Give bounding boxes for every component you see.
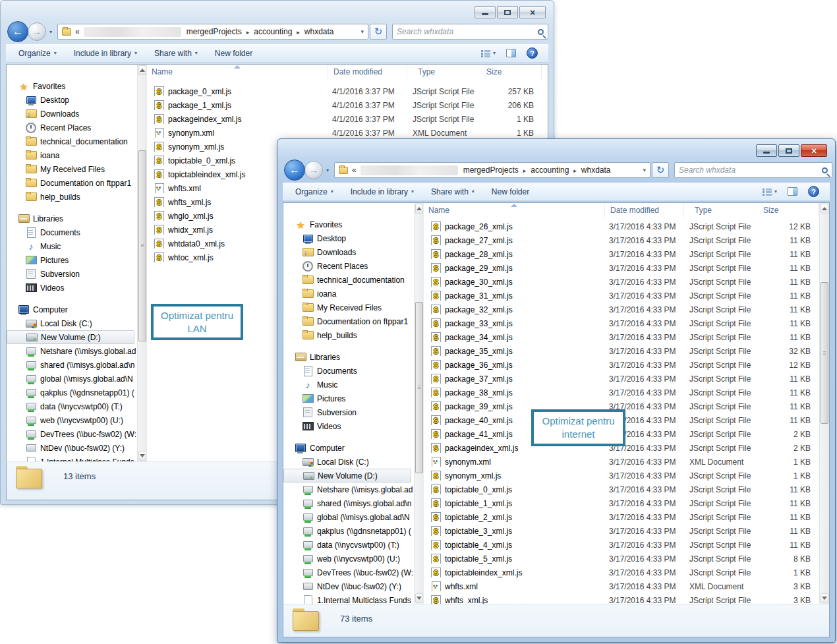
breadcrumb-segment[interactable]: mergedProjects bbox=[463, 165, 519, 175]
maximize-button[interactable] bbox=[497, 6, 518, 18]
file-row[interactable]: whfts_xml.js 3/17/2016 4:33 PM JScript S… bbox=[424, 593, 829, 604]
toolbar-button[interactable]: Organize ▾ bbox=[13, 46, 63, 61]
sidebar-item[interactable]: data (\\nycvswtp00) (T:) bbox=[283, 538, 414, 552]
preview-pane-button[interactable] bbox=[788, 187, 797, 196]
file-row[interactable]: package_35_xml.js 3/17/2016 4:33 PM JScr… bbox=[424, 344, 829, 358]
search-input[interactable] bbox=[679, 165, 822, 175]
recent-pages-dropdown[interactable]: ▾ bbox=[49, 29, 52, 35]
close-button[interactable]: × bbox=[519, 6, 546, 18]
file-row[interactable]: topictable_4_xml.js 3/17/2016 4:33 PM JS… bbox=[424, 538, 829, 552]
scroll-up-arrow[interactable] bbox=[821, 204, 828, 214]
column-header[interactable]: Size bbox=[763, 203, 819, 218]
file-row[interactable]: package_29_xml.js 3/17/2016 4:33 PM JScr… bbox=[424, 261, 829, 275]
sidebar-scrollbar[interactable] bbox=[137, 65, 147, 461]
scrollbar-thumb[interactable] bbox=[821, 282, 828, 424]
sidebar-item[interactable]: shared (\\misys.global.ad\n bbox=[7, 358, 137, 372]
file-row[interactable]: topictable_2_xml.js 3/17/2016 4:33 PM JS… bbox=[424, 510, 829, 524]
sidebar-item[interactable]: data (\\nycvswtp00) (T:) bbox=[7, 399, 137, 413]
file-row[interactable]: synonym_xml.js 3/17/2016 4:33 PM JScript… bbox=[424, 469, 829, 483]
file-row[interactable]: packageindex_xml.js 4/1/2016 3:37 PM JSc… bbox=[148, 112, 548, 126]
file-row[interactable]: package_33_xml.js 3/17/2016 4:33 PM JScr… bbox=[424, 316, 829, 330]
preview-pane-button[interactable] bbox=[506, 49, 516, 57]
sidebar-item[interactable]: Pictures bbox=[283, 392, 414, 405]
breadcrumb-overflow[interactable]: « bbox=[75, 27, 80, 36]
sidebar-item[interactable]: 1.Internal Multiclass Funds bbox=[283, 593, 414, 604]
column-header[interactable]: Size bbox=[486, 65, 542, 79]
maximize-button[interactable] bbox=[778, 144, 799, 157]
address-bar[interactable]: « mergedProjectsaccountingwhxdata ▾ bbox=[334, 162, 650, 178]
address-dropdown[interactable]: ▾ bbox=[357, 28, 364, 35]
column-header[interactable]: Date modified bbox=[605, 203, 684, 218]
scroll-up-arrow[interactable] bbox=[138, 65, 146, 75]
close-button[interactable]: × bbox=[801, 144, 827, 157]
sidebar-item[interactable]: global (\\misys.global.ad\N bbox=[283, 510, 414, 524]
sidebar-item[interactable]: Subversion bbox=[7, 267, 137, 281]
sidebar-item[interactable]: qakplus (\\gdnsnetapp01) ( bbox=[283, 524, 414, 538]
sidebar-item[interactable]: Downloads bbox=[283, 245, 414, 259]
breadcrumb-segment[interactable]: whxdata bbox=[569, 165, 610, 175]
sidebar-item[interactable]: help_builds bbox=[283, 328, 414, 342]
sidebar-item[interactable]: Netshare (\\misys.global.ad bbox=[7, 344, 137, 358]
toolbar-button[interactable]: New folder ▾ bbox=[209, 46, 258, 61]
file-row[interactable]: package_0_xml.js 4/1/2016 3:37 PM JScrip… bbox=[148, 84, 548, 98]
file-row[interactable]: package_26_xml.js 3/17/2016 4:33 PM JScr… bbox=[424, 220, 829, 233]
file-row[interactable]: package_28_xml.js 3/17/2016 4:33 PM JScr… bbox=[424, 247, 829, 261]
file-row[interactable]: package_40_xml.js 3/17/2016 4:33 PM JScr… bbox=[424, 413, 829, 427]
sidebar-item[interactable]: DevTrees (\\buc-fsw02) (W: bbox=[283, 566, 414, 579]
column-header[interactable]: Type bbox=[407, 65, 486, 79]
sidebar-item[interactable]: Subversion bbox=[283, 405, 414, 419]
sidebar-item[interactable]: DevTrees (\\buc-fsw02) (W: bbox=[7, 427, 137, 441]
file-row[interactable]: package_1_xml.js 4/1/2016 3:37 PM JScrip… bbox=[148, 98, 548, 112]
sidebar-item[interactable]: Desktop bbox=[7, 93, 137, 107]
help-button[interactable]: ? bbox=[808, 186, 819, 197]
address-dropdown[interactable]: ▾ bbox=[639, 167, 646, 173]
sidebar-item[interactable]: technical_documentation bbox=[283, 273, 414, 287]
back-button[interactable]: ← bbox=[284, 160, 305, 181]
breadcrumb-segment[interactable]: mergedProjects bbox=[187, 27, 242, 36]
search-input[interactable] bbox=[397, 27, 538, 36]
scroll-down-arrow[interactable] bbox=[415, 593, 423, 603]
sidebar-item[interactable]: Pictures bbox=[7, 253, 137, 267]
sidebar-item[interactable]: Libraries bbox=[7, 212, 137, 225]
toolbar-button[interactable]: Share with ▾ bbox=[425, 185, 480, 199]
file-list-scrollbar[interactable] bbox=[819, 203, 829, 604]
sidebar-item[interactable]: Videos bbox=[283, 419, 414, 433]
sidebar-item[interactable]: web (\\nycvswtp00) (U:) bbox=[283, 552, 414, 566]
file-row[interactable]: package_37_xml.js 3/17/2016 4:33 PM JScr… bbox=[424, 372, 829, 386]
sidebar-item[interactable]: Desktop bbox=[283, 231, 414, 245]
sidebar-item[interactable]: Documents bbox=[7, 225, 137, 239]
file-row[interactable]: package_36_xml.js 3/17/2016 4:33 PM JScr… bbox=[424, 358, 829, 372]
sidebar-scrollbar[interactable] bbox=[414, 203, 424, 604]
file-row[interactable]: package_34_xml.js 3/17/2016 4:33 PM JScr… bbox=[424, 330, 829, 344]
sidebar-item[interactable]: Computer bbox=[283, 441, 414, 455]
file-row[interactable]: synonym.xml 3/17/2016 4:33 PM XML Docume… bbox=[424, 455, 829, 469]
scroll-down-arrow[interactable] bbox=[821, 593, 828, 603]
sidebar-item[interactable]: Music bbox=[7, 239, 137, 253]
address-bar[interactable]: « mergedProjectsaccountingwhxdata ▾ bbox=[57, 24, 368, 40]
sidebar-item[interactable]: Favorites bbox=[283, 218, 414, 231]
toolbar-button[interactable]: Include in library ▾ bbox=[345, 185, 420, 199]
file-row[interactable]: package_38_xml.js 3/17/2016 4:33 PM JScr… bbox=[424, 386, 829, 399]
sidebar-item[interactable]: Videos bbox=[7, 281, 137, 295]
file-row[interactable]: topictable_5_xml.js 3/17/2016 4:33 PM JS… bbox=[424, 552, 829, 566]
file-row[interactable]: topictable_0_xml.js 3/17/2016 4:33 PM JS… bbox=[424, 483, 829, 496]
sidebar-item[interactable]: ioana bbox=[7, 148, 137, 162]
file-row[interactable]: topictableindex_xml.js 3/17/2016 4:33 PM… bbox=[424, 566, 829, 579]
search-box[interactable] bbox=[392, 24, 548, 40]
file-row[interactable]: topictable_1_xml.js 3/17/2016 4:33 PM JS… bbox=[424, 496, 829, 510]
sidebar-item[interactable]: Computer bbox=[7, 303, 137, 316]
refresh-button[interactable]: ↻ bbox=[370, 24, 387, 40]
file-row[interactable]: package_30_xml.js 3/17/2016 4:33 PM JScr… bbox=[424, 275, 829, 289]
toolbar-button[interactable]: Share with ▾ bbox=[148, 46, 204, 61]
file-row[interactable]: synonym.xml 4/1/2016 3:37 PM XML Documen… bbox=[148, 126, 548, 140]
sidebar-item[interactable]: ioana bbox=[283, 287, 414, 301]
views-button[interactable]: ▾ bbox=[481, 49, 496, 57]
sidebar-item[interactable]: Documentation on ftppar1 bbox=[7, 176, 137, 190]
file-row[interactable]: package_32_xml.js 3/17/2016 4:33 PM JScr… bbox=[424, 303, 829, 316]
sidebar-item[interactable]: Recent Places bbox=[7, 121, 137, 134]
sidebar-item[interactable]: global (\\misys.global.ad\N bbox=[7, 372, 137, 386]
sidebar-item[interactable]: Music bbox=[283, 378, 414, 392]
sidebar-item[interactable]: technical_documentation bbox=[7, 134, 137, 148]
minimize-button[interactable] bbox=[756, 144, 777, 157]
breadcrumb-overflow[interactable]: « bbox=[352, 165, 357, 175]
